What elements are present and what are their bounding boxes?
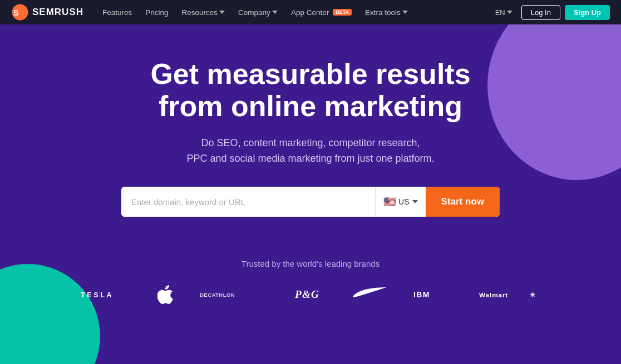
hero-subtitle: Do SEO, content marketing, competitor re… <box>121 136 500 167</box>
brand-tesla: TESLA <box>81 289 131 300</box>
language-selector[interactable]: EN <box>491 6 517 19</box>
svg-text:P&G: P&G <box>294 288 319 300</box>
nav-right: EN Log In Sign Up <box>491 5 610 20</box>
svg-text:✳: ✳ <box>530 291 536 298</box>
svg-text:DECATHLON: DECATHLON <box>200 292 235 298</box>
logo[interactable]: S SEMRUSH <box>11 3 83 21</box>
brands-section: Trusted by the world's leading brands TE… <box>81 259 540 305</box>
brand-walmart: Walmart ✳ <box>479 287 540 302</box>
nav-features[interactable]: Features <box>97 6 137 19</box>
nav-extra-tools[interactable]: Extra tools <box>359 6 413 19</box>
hero-content: Get measurable results from online marke… <box>121 58 500 226</box>
svg-text:S: S <box>13 8 19 17</box>
svg-text:IBM: IBM <box>413 290 430 299</box>
brand-pg: P&G <box>293 286 327 303</box>
brand-apple <box>157 285 173 304</box>
login-button[interactable]: Log In <box>521 5 560 20</box>
nav-links: Features Pricing Resources Company App C… <box>97 6 491 19</box>
signup-button[interactable]: Sign Up <box>565 5 610 20</box>
hero-section: Get measurable results from online marke… <box>0 24 621 364</box>
nav-app-center[interactable]: App Center BETA <box>285 6 357 19</box>
nav-resources[interactable]: Resources <box>176 6 231 19</box>
search-input[interactable] <box>121 187 375 217</box>
hero-title: Get measurable results from online marke… <box>121 58 500 122</box>
brand-nike <box>352 284 389 305</box>
start-button[interactable]: Start now <box>426 187 500 217</box>
brands-row: TESLA DECATHLON P&G <box>81 284 540 305</box>
logo-text: SEMRUSH <box>32 7 83 18</box>
brand-ibm: IBM <box>413 287 452 302</box>
brands-label: Trusted by the world's leading brands <box>81 259 540 268</box>
nav-company[interactable]: Company <box>233 6 283 19</box>
app-center-badge: BETA <box>333 9 352 16</box>
navbar: S SEMRUSH Features Pricing Resources Com… <box>0 0 621 24</box>
search-bar: 🇺🇸 US Start now <box>121 187 500 217</box>
svg-text:TESLA: TESLA <box>81 291 114 299</box>
svg-text:Walmart: Walmart <box>479 291 508 298</box>
flag-icon: 🇺🇸 <box>383 196 396 208</box>
country-select[interactable]: 🇺🇸 US <box>375 187 425 217</box>
nav-pricing[interactable]: Pricing <box>140 6 174 19</box>
decorative-circle-purple <box>487 24 621 180</box>
brand-decathlon: DECATHLON <box>200 288 267 301</box>
